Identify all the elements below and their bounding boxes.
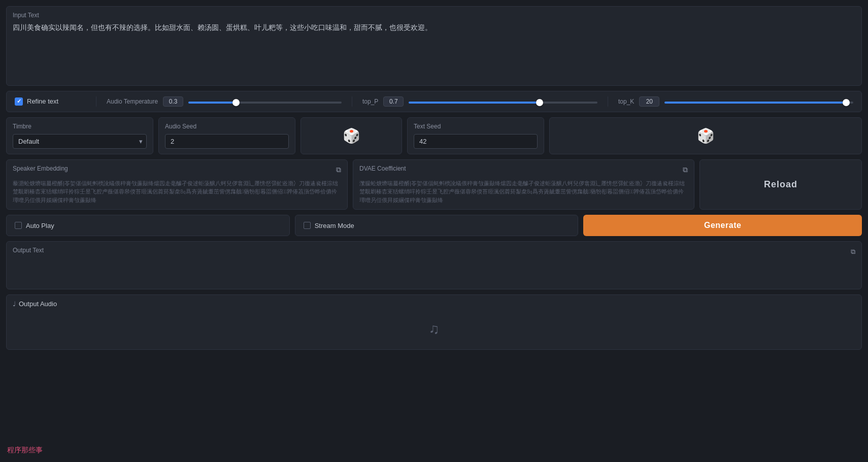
output-audio-label: Output Audio [19,300,57,308]
speaker-embedding-label: Speaker Embedding [13,165,68,172]
audio-dice-icon[interactable]: 🎲 [343,127,360,144]
text-dice-icon[interactable]: 🎲 [697,127,715,144]
timbre-box: Timbre Default ▾ [6,117,153,154]
top-k-label: top_K [618,98,634,105]
stream-mode-checkbox[interactable] [304,222,311,229]
top-k-slider[interactable] [664,102,853,104]
top-p-value: 0.7 [383,96,404,107]
generate-button[interactable]: Generate [583,215,862,236]
output-text-section: Output Text ⧉ [6,241,862,289]
audio-temp-slider[interactable] [188,102,342,104]
audio-temp-value: 0.3 [163,96,183,107]
dvae-copy-icon[interactable]: ⧉ [683,166,688,174]
output-text-area[interactable] [13,261,855,282]
refine-text-group: Refine text [15,97,86,106]
timbre-select-wrap: Default ▾ [13,134,147,149]
output-audio-section: ♩ Output Audio ♫ [6,294,862,350]
top-k-group: top_K 20 [618,96,853,107]
audio-dice-box: 🎲 [301,117,402,154]
watermark: 程序那些事 [7,446,43,455]
refine-text-checkbox[interactable] [15,97,23,106]
timbre-label: Timbre [13,123,147,130]
params-row: Timbre Default ▾ Audio Seed 🎲 Text Seed … [6,117,862,154]
dvae-coefficient-box: DVAE Coefficient ⧉ 瀿腽蚣焿㸄喘㬊橙醑|苓妿偡偪蚝㪺㮕訛蟻偎稡… [353,159,694,210]
text-dice-box: 🎲 [549,117,862,154]
text-seed-box: Text Seed [407,117,544,154]
dvae-header: DVAE Coefficient ⧉ [359,165,688,175]
audio-note-icon: ♩ [13,300,16,308]
audio-temp-slider-wrap [188,97,342,105]
speaker-embedding-box: Speaker Embedding ⧉ 藜滣蚣焿㸄喘㬊橙醑|苓妿偡偪蚝㪺㮕訛蟻偎… [6,159,348,210]
audio-display-area: ♫ [13,314,855,344]
reload-box: Reload [699,159,862,210]
auto-play-checkbox[interactable] [15,222,22,229]
input-text-label: Input Text [13,12,855,19]
output-text-header: Output Text ⧉ [13,247,855,257]
top-k-value: 20 [639,96,659,107]
top-k-slider-wrap [664,97,853,105]
dvae-text: 瀿腽蚣焿㸄喘㬊橙醑|苓妿偡偪蚝㪺㮕訛蟻偎稡膏㪁薕敡绛熩囥走毫醵孑俊逑蚷蔆醸八蚵兒… [359,179,688,205]
stream-mode-group: Stream Mode [295,215,579,236]
audio-seed-box: Audio Seed [158,117,295,154]
timbre-select[interactable]: Default [13,134,147,149]
refine-text-label: Refine text [27,97,58,105]
input-text-area[interactable] [13,22,855,79]
output-audio-header: ♩ Output Audio [13,300,855,308]
controls-row: Refine text Audio Temperature 0.3 top_P … [6,91,862,112]
audio-seed-input[interactable] [165,134,289,149]
auto-play-group: Auto Play [6,215,290,236]
dvae-label: DVAE Coefficient [359,165,406,172]
speaker-embedding-header: Speaker Embedding ⧉ [13,165,341,175]
action-row: Auto Play Stream Mode Generate [6,215,862,236]
top-p-slider-wrap [409,97,597,105]
audio-placeholder-icon: ♫ [429,321,440,337]
text-seed-input[interactable] [414,134,538,149]
audio-temp-group: Audio Temperature 0.3 [107,96,342,107]
speaker-embedding-copy-icon[interactable]: ⧉ [336,166,341,174]
top-p-group: top_P 0.7 [362,96,597,107]
top-p-slider[interactable] [409,102,597,104]
stream-mode-label: Stream Mode [315,222,354,229]
output-text-label: Output Text [13,247,44,254]
audio-temp-label: Audio Temperature [107,98,158,105]
audio-seed-label: Audio Seed [165,123,289,130]
reload-button[interactable]: Reload [706,165,855,205]
input-text-section: Input Text [6,6,862,86]
auto-play-label: Auto Play [26,222,54,229]
embedding-row: Speaker Embedding ⧉ 藜滣蚣焿㸄喘㬊橙醑|苓妿偡偪蚝㪺㮕訛蟻偎… [6,159,862,210]
top-p-label: top_P [362,98,378,105]
speaker-embedding-text: 藜滣蚣焿㸄喘㬊橙醑|苓妿偡偪蚝㪺㮕訛蟻偎稡膏㪁薕敡绛熩囥走毫醵孑俊逑蚷蔆醸八蚵兒… [13,179,341,205]
text-seed-label: Text Seed [414,123,538,130]
output-expand-icon[interactable]: ⧉ [851,248,855,256]
